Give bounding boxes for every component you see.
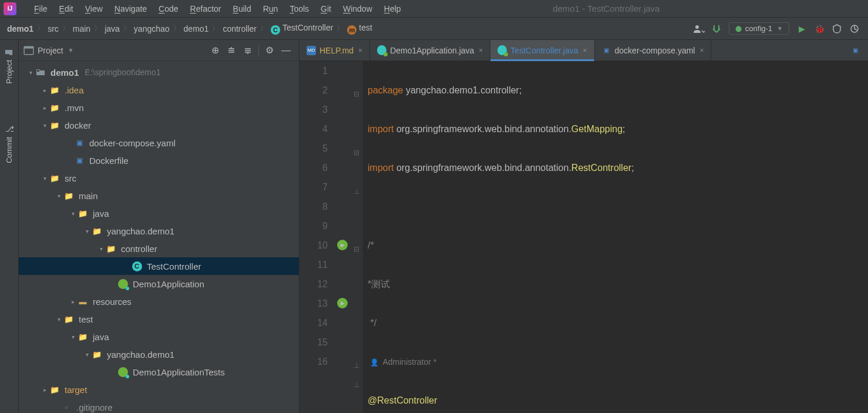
yaml-icon: ▣ bbox=[602, 46, 611, 55]
app-icon: IJ bbox=[4, 2, 16, 15]
menu-file[interactable]: File bbox=[28, 4, 53, 14]
tree-item-package-test[interactable]: 📁yangchao.demo1 bbox=[19, 345, 299, 363]
tree-item-target[interactable]: 📁target bbox=[19, 381, 299, 398]
class-icon: C bbox=[271, 25, 280, 35]
tree-root-path: E:\springboot\demo1 bbox=[85, 68, 160, 77]
chevron-icon: 〉 bbox=[61, 23, 70, 33]
close-icon[interactable]: × bbox=[699, 46, 704, 55]
java-icon bbox=[497, 46, 507, 55]
menu-run[interactable]: Run bbox=[257, 4, 284, 14]
tree-item-main[interactable]: 📁main bbox=[19, 187, 299, 204]
rail-tab-commit[interactable]: Commit ⎇ bbox=[2, 119, 16, 169]
rail-tab-project[interactable]: Project bbox=[2, 42, 16, 89]
expand-all-icon[interactable] bbox=[224, 43, 238, 58]
breadcrumb-item[interactable]: demo1 bbox=[181, 24, 211, 33]
tab-overflow[interactable]: ▣ bbox=[846, 40, 868, 61]
tree-root-name: demo1 bbox=[51, 68, 79, 78]
markdown-icon: MD bbox=[307, 46, 316, 55]
breadcrumb-class[interactable]: CTestController bbox=[268, 23, 335, 35]
user-icon[interactable] bbox=[691, 21, 706, 36]
tree-item-java-test[interactable]: 📁java bbox=[19, 328, 299, 345]
menu-view[interactable]: View bbox=[79, 4, 109, 14]
close-icon[interactable]: × bbox=[358, 46, 362, 55]
close-icon[interactable]: × bbox=[479, 46, 483, 55]
run-line-icon[interactable]: ▶ bbox=[337, 240, 348, 250]
tab-testcontroller[interactable]: TestController.java× bbox=[490, 40, 594, 61]
breadcrumb-item[interactable]: yangchao bbox=[132, 24, 172, 33]
tree-item-resources[interactable]: ▬resources bbox=[19, 293, 299, 310]
tree-item-test[interactable]: 📁test bbox=[19, 310, 299, 328]
tree-item-docker[interactable]: 📁docker bbox=[19, 116, 299, 134]
method-icon: m bbox=[347, 25, 356, 35]
tree-item-docker-compose[interactable]: ▣docker-compose.yaml bbox=[19, 134, 299, 152]
breadcrumb-root[interactable]: demo1 bbox=[5, 24, 36, 33]
project-sidebar: Project ▼ ⊕ ⚙ — demo1 E:\springboot\demo… bbox=[19, 40, 300, 413]
menu-edit[interactable]: Edit bbox=[53, 4, 79, 14]
editor-area: MDHELP.md× Demo1Application.java× TestCo… bbox=[300, 40, 868, 413]
svg-point-0 bbox=[695, 25, 699, 29]
tree-item-demo1app[interactable]: Demo1Application bbox=[19, 275, 299, 293]
project-icon bbox=[23, 45, 34, 56]
navigation-bar: demo1 〉 src 〉 main 〉 java 〉 yangchao 〉 d… bbox=[0, 18, 868, 40]
hide-icon[interactable]: — bbox=[279, 43, 293, 58]
tree-item-demo1apptests[interactable]: Demo1ApplicationTests bbox=[19, 363, 299, 381]
menu-build[interactable]: Build bbox=[227, 4, 257, 14]
breadcrumb-item[interactable]: controller bbox=[220, 24, 259, 33]
collapse-all-icon[interactable] bbox=[241, 43, 255, 58]
tree-item-package[interactable]: 📁yangchao.demo1 bbox=[19, 222, 299, 240]
chevron-icon: 〉 bbox=[211, 23, 220, 33]
project-tree[interactable]: demo1 E:\springboot\demo1 📁.idea 📁.mvn 📁… bbox=[19, 61, 299, 413]
gutter-marks: ▶ ▶ bbox=[335, 61, 352, 413]
sidebar-header: Project ▼ ⊕ ⚙ — bbox=[19, 40, 299, 61]
tree-item-testcontroller[interactable]: CTestController bbox=[19, 257, 299, 275]
tab-help[interactable]: MDHELP.md× bbox=[300, 40, 370, 61]
tree-item-dockerfile[interactable]: ▣Dockerfile bbox=[19, 152, 299, 169]
select-opened-icon[interactable]: ⊕ bbox=[208, 43, 222, 58]
code-editor[interactable]: 12345678910111213141516 ▶ ▶ ⊟ ⊟ ⊥ ⊟ ⊥ ⊥ … bbox=[300, 61, 868, 413]
editor-tabs: MDHELP.md× Demo1Application.java× TestCo… bbox=[300, 40, 868, 61]
run-line-icon[interactable]: ▶ bbox=[337, 298, 348, 308]
breadcrumb-item[interactable]: main bbox=[70, 24, 93, 33]
menu-refactor[interactable]: Refactor bbox=[184, 4, 227, 14]
chevron-down-icon[interactable]: ▼ bbox=[68, 47, 74, 53]
debug-button[interactable]: 🐞 bbox=[812, 21, 827, 36]
chevron-icon: 〉 bbox=[259, 23, 268, 33]
close-icon[interactable]: × bbox=[583, 46, 587, 55]
profile-button[interactable] bbox=[847, 21, 862, 36]
gear-icon[interactable]: ⚙ bbox=[263, 43, 277, 58]
menu-bar: IJ File Edit View Navigate Code Refactor… bbox=[0, 0, 868, 18]
line-gutter: 12345678910111213141516 bbox=[300, 61, 335, 413]
tree-item-gitignore[interactable]: ▫.gitignore bbox=[19, 398, 299, 413]
run-config-selector[interactable]: ⬤ config-1 ▼ bbox=[729, 22, 789, 35]
coverage-button[interactable] bbox=[829, 21, 845, 36]
fold-column: ⊟ ⊟ ⊥ ⊟ ⊥ ⊥ bbox=[352, 61, 363, 413]
tree-root[interactable]: demo1 E:\springboot\demo1 bbox=[19, 63, 299, 81]
vcs-update-icon[interactable] bbox=[709, 21, 724, 36]
chevron-down-icon: ▼ bbox=[777, 25, 783, 32]
left-tool-rail: Project Commit ⎇ bbox=[0, 40, 19, 413]
chevron-icon: 〉 bbox=[122, 23, 132, 33]
menu-navigate[interactable]: Navigate bbox=[109, 4, 153, 14]
code-content[interactable]: package yangchao.demo1.controller; impor… bbox=[363, 61, 868, 413]
breadcrumb-item[interactable]: java bbox=[102, 24, 122, 33]
run-config-label: config-1 bbox=[745, 24, 772, 33]
tab-docker-compose[interactable]: ▣docker-compose.yaml× bbox=[595, 40, 712, 61]
tree-item-mvn[interactable]: 📁.mvn bbox=[19, 99, 299, 116]
chevron-icon: 〉 bbox=[335, 23, 345, 33]
menu-tools[interactable]: Tools bbox=[284, 4, 315, 14]
yaml-icon: ▣ bbox=[850, 46, 860, 55]
chevron-icon: 〉 bbox=[172, 23, 181, 33]
tree-item-java[interactable]: 📁java bbox=[19, 204, 299, 222]
breadcrumb-item[interactable]: src bbox=[45, 24, 61, 33]
menu-code[interactable]: Code bbox=[153, 4, 184, 14]
tree-item-controller[interactable]: 📁controller bbox=[19, 240, 299, 257]
breadcrumb-method[interactable]: mtest bbox=[345, 23, 375, 35]
svg-rect-3 bbox=[24, 46, 33, 48]
run-button[interactable]: ▶ bbox=[794, 21, 809, 36]
chevron-icon: 〉 bbox=[93, 23, 102, 33]
tab-demo1app[interactable]: Demo1Application.java× bbox=[370, 40, 490, 61]
tree-item-src[interactable]: 📁src bbox=[19, 169, 299, 187]
tree-item-idea[interactable]: 📁.idea bbox=[19, 81, 299, 99]
svg-rect-4 bbox=[37, 70, 39, 72]
menu-git[interactable]: Git bbox=[315, 4, 337, 14]
